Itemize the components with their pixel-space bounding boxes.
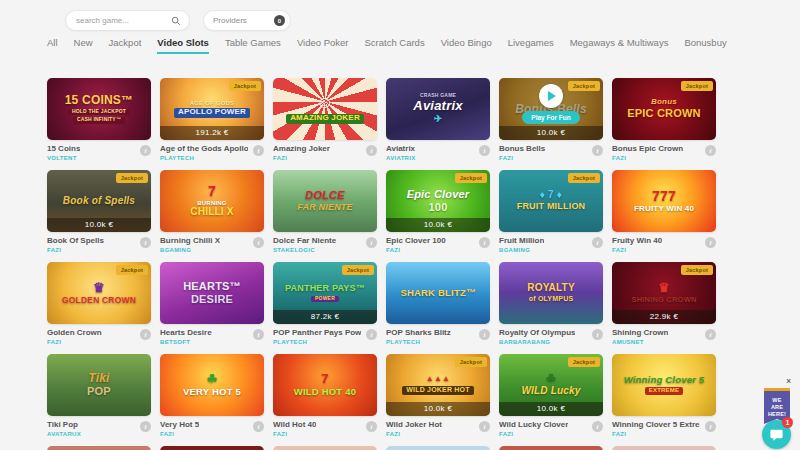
- game-card[interactable]: ☘VERY HOT 5 Very Hot 5 FAZI i: [160, 354, 264, 444]
- game-art[interactable]: HEARTS™DESIRE: [160, 262, 264, 324]
- info-icon[interactable]: i: [479, 421, 490, 432]
- game-art[interactable]: 7WILD HOT 40: [273, 354, 377, 416]
- game-meta-text: 15 Coins VOLTENT: [47, 144, 80, 161]
- game-card[interactable]: 7WILD HOT 40 Wild Hot 40 FAZI i: [273, 354, 377, 444]
- game-card[interactable]: Winning Clover 5EXTREME Winning Clover 5…: [612, 354, 716, 444]
- info-icon[interactable]: i: [479, 237, 490, 248]
- info-icon[interactable]: i: [479, 329, 490, 340]
- info-icon[interactable]: i: [140, 237, 151, 248]
- info-icon[interactable]: i: [253, 145, 264, 156]
- game-card[interactable]: TikiPOP Tiki Pop AVATARUX i: [47, 354, 151, 444]
- game-art[interactable]: DOLCEFAR NIENTE: [273, 170, 377, 232]
- game-art[interactable]: Jackpot ♛GOLDEN CROWN: [47, 262, 151, 324]
- game-art[interactable]: Jackpot ♛SHINING CROWN 22.9k €: [612, 262, 716, 324]
- info-icon[interactable]: i: [140, 329, 151, 340]
- info-icon[interactable]: i: [253, 237, 264, 248]
- info-icon[interactable]: i: [366, 237, 377, 248]
- game-art[interactable]: Jackpot AGE OF GODSAPOLLO POWER 191.2k €: [160, 78, 264, 140]
- tab-all[interactable]: All: [47, 37, 58, 54]
- game-card[interactable]: Jackpot BonusEPIC CROWN Bonus Epic Crown…: [612, 78, 716, 168]
- game-art[interactable]: Jackpot BonusEPIC CROWN: [612, 78, 716, 140]
- chat-close-icon[interactable]: ×: [786, 377, 791, 386]
- game-provider: FAZI: [612, 155, 683, 161]
- game-art-text: 777FRUITY WIN 40: [612, 170, 716, 232]
- play-icon[interactable]: [539, 84, 563, 108]
- game-card[interactable]: DOLCEFAR NIENTE Dolce Far Niente STAKELO…: [273, 170, 377, 260]
- game-card[interactable]: Jackpot ▲▲▲WILD JOKER HOT 10.0k € Wild J…: [386, 354, 490, 444]
- search-box[interactable]: [65, 10, 190, 31]
- info-icon[interactable]: i: [253, 329, 264, 340]
- info-icon[interactable]: i: [592, 329, 603, 340]
- game-art[interactable]: Jackpot ☘WILD Lucky 10.0k €: [499, 354, 603, 416]
- art-text-line: HEARTS™: [183, 281, 241, 293]
- tab-table-games[interactable]: Table Games: [225, 37, 281, 54]
- game-art[interactable]: 7BURNINGCHILLI X: [160, 170, 264, 232]
- game-art[interactable]: ROYALTYof OLYMPUS: [499, 262, 603, 324]
- tab-livegames[interactable]: Livegames: [508, 37, 554, 54]
- info-icon[interactable]: i: [253, 421, 264, 432]
- tab-video-bingo[interactable]: Video Bingo: [441, 37, 492, 54]
- info-icon[interactable]: i: [705, 237, 716, 248]
- game-card[interactable]: Jackpot Bonus Bells 10.0k € Play For Fun…: [499, 78, 603, 168]
- game-art[interactable]: ☘VERY HOT 5: [160, 354, 264, 416]
- game-art-text: 7BURNINGCHILLI X: [160, 170, 264, 232]
- game-card[interactable]: SHARK BLITZ™ POP Sharks Blitz PLAYTECH i: [386, 262, 490, 352]
- providers-dropdown[interactable]: Providers 0: [203, 10, 291, 31]
- game-art[interactable]: TikiPOP: [47, 354, 151, 416]
- info-icon[interactable]: i: [140, 421, 151, 432]
- tab-bonusbuy[interactable]: Bonusbuy: [684, 37, 726, 54]
- game-card[interactable]: HEARTS™DESIRE Hearts Desire BETSOFT i: [160, 262, 264, 352]
- tab-video-poker[interactable]: Video Poker: [297, 37, 349, 54]
- info-icon[interactable]: i: [705, 329, 716, 340]
- game-title: Fruity Win 40: [612, 236, 662, 245]
- info-icon[interactable]: i: [140, 145, 151, 156]
- info-icon[interactable]: i: [592, 237, 603, 248]
- info-icon[interactable]: i: [592, 421, 603, 432]
- play-for-fun-button[interactable]: Play For Fun: [522, 111, 579, 124]
- next-row-game-sliver: [47, 446, 151, 450]
- game-card[interactable]: Jackpot Book of Spells 10.0k € Book Of S…: [47, 170, 151, 260]
- game-card[interactable]: CRASH GAMEAviatrix✈ Aviatrix AVIATRIX i: [386, 78, 490, 168]
- game-art[interactable]: Jackpot ▲▲▲WILD JOKER HOT 10.0k €: [386, 354, 490, 416]
- game-art[interactable]: Jackpot Bonus Bells 10.0k € Play For Fun: [499, 78, 603, 140]
- game-meta: Burning Chilli X BGAMING i: [160, 232, 264, 260]
- game-card[interactable]: 15 COINS™HOLD THE JACKPOTCASH INFINITY™ …: [47, 78, 151, 168]
- info-icon[interactable]: i: [366, 421, 377, 432]
- tab-scratch-cards[interactable]: Scratch Cards: [364, 37, 424, 54]
- game-card[interactable]: Jackpot ♛SHINING CROWN 22.9k € Shining C…: [612, 262, 716, 352]
- art-text-line: ROYALTY: [527, 283, 575, 294]
- game-card[interactable]: Jackpot ☘WILD Lucky 10.0k € Wild Lucky C…: [499, 354, 603, 444]
- game-card[interactable]: Jackpot ♛GOLDEN CROWN Golden Crown FAZI …: [47, 262, 151, 352]
- game-art[interactable]: Winning Clover 5EXTREME: [612, 354, 716, 416]
- game-art[interactable]: Jackpot Epic Clover100 10.0k €: [386, 170, 490, 232]
- game-art[interactable]: Jackpot ♦ 7 ♦FRUIT MILLION: [499, 170, 603, 232]
- game-card[interactable]: Jackpot AGE OF GODSAPOLLO POWER 191.2k €…: [160, 78, 264, 168]
- game-card[interactable]: 7BURNINGCHILLI X Burning Chilli X BGAMIN…: [160, 170, 264, 260]
- game-art[interactable]: CRASH GAMEAviatrix✈: [386, 78, 490, 140]
- game-art[interactable]: Jackpot PANTHER PAYS™POWER 87.2k €: [273, 262, 377, 324]
- game-art[interactable]: ☺AMAZING JOKER: [273, 78, 377, 140]
- game-card[interactable]: ROYALTYof OLYMPUS Royalty Of Olympus BAR…: [499, 262, 603, 352]
- game-meta: Hearts Desire BETSOFT i: [160, 324, 264, 352]
- game-card[interactable]: ☺AMAZING JOKER Amazing Joker FAZI i: [273, 78, 377, 168]
- info-icon[interactable]: i: [366, 329, 377, 340]
- game-art[interactable]: 15 COINS™HOLD THE JACKPOTCASH INFINITY™: [47, 78, 151, 140]
- info-icon[interactable]: i: [479, 145, 490, 156]
- game-art[interactable]: Jackpot Book of Spells 10.0k €: [47, 170, 151, 232]
- game-card[interactable]: Jackpot PANTHER PAYS™POWER 87.2k € POP P…: [273, 262, 377, 352]
- tab-jackpot[interactable]: Jackpot: [109, 37, 142, 54]
- game-card[interactable]: 777FRUITY WIN 40 Fruity Win 40 FAZI i: [612, 170, 716, 260]
- info-icon[interactable]: i: [366, 145, 377, 156]
- game-card[interactable]: Jackpot ♦ 7 ♦FRUIT MILLION Fruit Million…: [499, 170, 603, 260]
- tab-new[interactable]: New: [74, 37, 93, 54]
- info-icon[interactable]: i: [592, 145, 603, 156]
- tab-video-slots[interactable]: Video Slots: [157, 37, 209, 54]
- info-icon[interactable]: i: [705, 421, 716, 432]
- info-icon[interactable]: i: [705, 145, 716, 156]
- search-input[interactable]: [74, 15, 171, 26]
- tab-megaways-multiways[interactable]: Megaways & Multiways: [570, 37, 669, 54]
- game-card[interactable]: Jackpot Epic Clover100 10.0k € Epic Clov…: [386, 170, 490, 260]
- art-text-line: GOLDEN CROWN: [62, 296, 136, 305]
- game-art[interactable]: 777FRUITY WIN 40: [612, 170, 716, 232]
- game-art[interactable]: SHARK BLITZ™: [386, 262, 490, 324]
